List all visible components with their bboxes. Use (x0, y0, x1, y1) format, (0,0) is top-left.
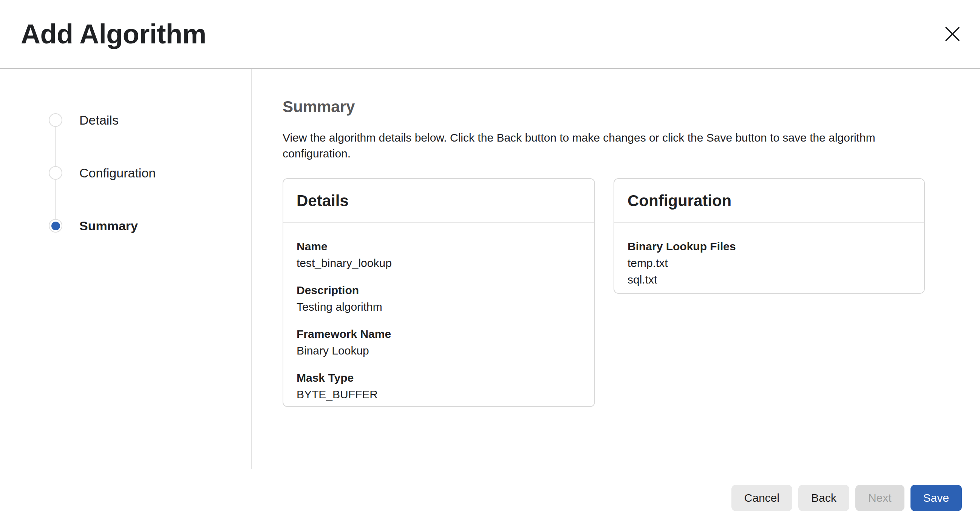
step-circle-icon (49, 113, 62, 127)
field-value: sql.txt (627, 272, 911, 288)
back-button[interactable]: Back (798, 485, 849, 511)
dialog-title: Add Algorithm (21, 19, 206, 49)
close-icon (944, 26, 961, 42)
field-label: Name (297, 238, 581, 255)
field-value: Testing algorithm (297, 299, 581, 315)
configuration-card-body: Binary Lookup Files temp.txt sql.txt (614, 223, 924, 297)
next-button[interactable]: Next (855, 485, 904, 511)
close-button[interactable] (940, 22, 965, 46)
add-algorithm-dialog: Add Algorithm Details Configuration (0, 0, 980, 521)
configuration-card: Configuration Binary Lookup Files temp.t… (614, 178, 925, 294)
field-framework-name: Framework Name Binary Lookup (297, 326, 581, 359)
summary-content: Summary View the algorithm details below… (252, 69, 980, 469)
field-description: Description Testing algorithm (297, 282, 581, 315)
page-description-line: View the algorithm details below. Click … (283, 130, 932, 146)
save-button[interactable]: Save (910, 485, 962, 511)
details-card: Details Name test_binary_lookup Descript… (283, 178, 595, 407)
step-label: Summary (80, 219, 138, 233)
page-title: Summary (283, 97, 980, 116)
field-label: Framework Name (297, 326, 581, 342)
field-label: Description (297, 282, 581, 299)
step-label: Details (80, 113, 119, 128)
field-value: BYTE_BUFFER (297, 386, 581, 403)
configuration-card-title: Configuration (627, 192, 732, 210)
field-value: temp.txt (627, 255, 911, 272)
details-card-body: Name test_binary_lookup Description Test… (283, 223, 594, 412)
page-description: View the algorithm details below. Click … (283, 130, 932, 162)
field-label: Binary Lookup Files (627, 238, 911, 255)
details-card-title: Details (297, 192, 349, 210)
wizard-stepper: Details Configuration Summary (0, 69, 251, 469)
details-card-header: Details (283, 179, 594, 223)
summary-cards-row: Details Name test_binary_lookup Descript… (283, 178, 980, 407)
field-mask-type: Mask Type BYTE_BUFFER (297, 370, 581, 403)
cancel-button[interactable]: Cancel (732, 485, 792, 511)
step-label: Configuration (80, 166, 156, 181)
configuration-card-header: Configuration (614, 179, 924, 223)
page-description-line: configuration. (283, 146, 932, 162)
dialog-footer: Cancel Back Next Save (0, 469, 980, 521)
stepper-panel: Details Configuration Summary (0, 69, 252, 469)
dialog-header: Add Algorithm (0, 0, 980, 69)
dialog-body: Details Configuration Summary Summary Vi… (0, 69, 980, 469)
step-circle-active-icon (49, 219, 62, 233)
field-value: test_binary_lookup (297, 255, 581, 272)
field-value: Binary Lookup (297, 342, 581, 359)
field-binary-lookup-files: Binary Lookup Files temp.txt sql.txt (627, 238, 911, 288)
step-circle-icon (49, 166, 62, 180)
field-name: Name test_binary_lookup (297, 238, 581, 272)
field-label: Mask Type (297, 370, 581, 386)
